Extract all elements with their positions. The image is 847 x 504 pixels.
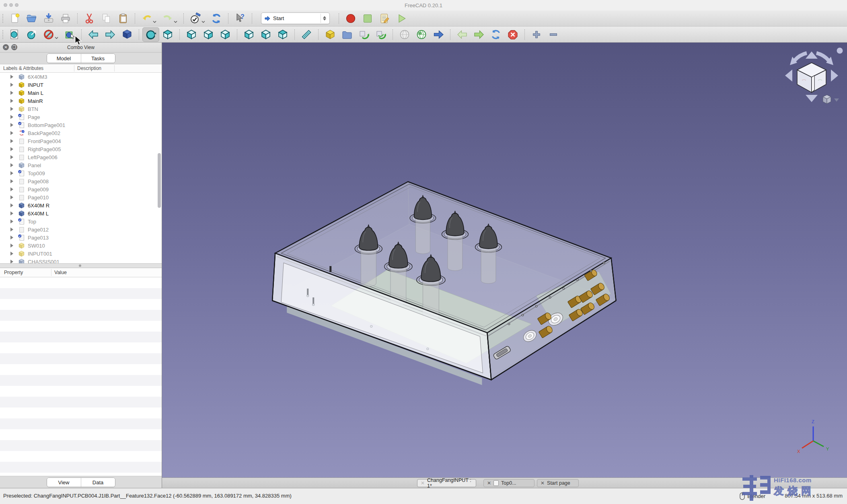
view-left-icon[interactable] — [257, 27, 274, 42]
redo-icon[interactable] — [159, 11, 176, 26]
tree-item-6x40m-r[interactable]: 6X40M R — [0, 201, 162, 209]
tab-model[interactable]: Model — [47, 54, 81, 63]
tree-item-input001[interactable]: INPUT001 — [0, 250, 162, 258]
expand-arrow-icon[interactable] — [10, 163, 15, 167]
expand-arrow-icon[interactable] — [10, 99, 15, 103]
tree-item-page009[interactable]: Page009 — [0, 185, 162, 193]
tree-item-panel[interactable]: Panel — [0, 161, 162, 169]
workbench-selector[interactable]: Start — [261, 12, 330, 24]
reload-blue-icon[interactable] — [487, 27, 504, 42]
panel-close-icon[interactable]: ✕ — [3, 44, 9, 50]
globe-icon[interactable] — [413, 27, 430, 42]
tree-item-input[interactable]: INPUT — [0, 81, 162, 89]
save-icon[interactable] — [40, 11, 57, 26]
expand-arrow-icon[interactable] — [10, 244, 15, 248]
expand-arrow-icon[interactable] — [10, 83, 15, 87]
copy-icon[interactable] — [98, 11, 115, 26]
zoom-in-icon[interactable] — [528, 27, 545, 42]
tree-item-main-l[interactable]: Main L — [0, 89, 162, 97]
cut-icon[interactable] — [81, 11, 98, 26]
zoom-out-icon[interactable] — [545, 27, 562, 42]
tab-view[interactable]: View — [47, 478, 81, 487]
expand-arrow-icon[interactable] — [10, 219, 15, 223]
expand-arrow-icon[interactable] — [10, 260, 15, 263]
tree-item-6x40m-l[interactable]: 6X40M L — [0, 209, 162, 217]
print-icon[interactable] — [57, 11, 74, 26]
new-document-icon[interactable] — [6, 11, 23, 26]
validate-icon[interactable] — [187, 11, 204, 26]
expand-arrow-icon[interactable] — [10, 179, 15, 183]
combo-stepper-icon[interactable] — [321, 14, 328, 23]
3d-viewport[interactable]: Z Y X ✕ChangFangINPUT : 1*✕Top0...✕Start… — [162, 43, 847, 488]
close-tab-icon[interactable]: ✕ — [541, 481, 545, 486]
navigation-cube[interactable] — [779, 46, 844, 110]
tree-item-mainr[interactable]: MainR — [0, 97, 162, 105]
toolbar-drag-handle[interactable] — [2, 30, 3, 39]
close-tab-icon[interactable]: ✕ — [487, 481, 491, 486]
expand-arrow-icon[interactable] — [10, 147, 15, 151]
expand-arrow-icon[interactable] — [10, 203, 15, 207]
macro-record-icon[interactable] — [342, 11, 359, 26]
tree-item-rightpage005[interactable]: RightPage005 — [0, 145, 162, 153]
tree-item-page[interactable]: Page — [0, 113, 162, 121]
expand-arrow-icon[interactable] — [10, 75, 15, 79]
macro-edit-icon[interactable] — [376, 11, 393, 26]
tree-item-backpage002[interactable]: BackPage002 — [0, 129, 162, 137]
group-folder-icon[interactable] — [339, 27, 356, 42]
close-tab-icon[interactable]: ✕ — [421, 481, 425, 486]
forward-green-icon[interactable] — [471, 27, 487, 42]
tree-item-top009[interactable]: Top009 — [0, 169, 162, 177]
tree-item-bottompage001[interactable]: BottomPage001 — [0, 121, 162, 129]
tree-item-page012[interactable]: Page012 — [0, 225, 162, 234]
macro-play-icon[interactable] — [393, 11, 410, 26]
panel-float-icon[interactable]: ❐ — [11, 44, 17, 50]
nav-right-icon[interactable] — [102, 27, 119, 42]
tree-item-page010[interactable]: Page010 — [0, 193, 162, 201]
nav-mini-cube[interactable] — [823, 95, 839, 104]
fit-selection-icon[interactable] — [23, 27, 40, 42]
cube-iso-icon[interactable] — [119, 27, 136, 42]
nav-left-icon[interactable] — [85, 27, 102, 42]
expand-arrow-icon[interactable] — [10, 236, 15, 240]
whatsthis-icon[interactable]: ? — [232, 11, 249, 26]
tree-item-leftpage006[interactable]: LeftPage006 — [0, 153, 162, 161]
expand-arrow-icon[interactable] — [10, 139, 15, 143]
stop-load-icon[interactable] — [504, 27, 521, 42]
document-tab-3[interactable]: ✕Start page — [537, 479, 579, 487]
expand-arrow-icon[interactable] — [10, 107, 15, 111]
link-icon[interactable] — [356, 27, 372, 42]
document-tab-1[interactable]: ✕ChangFangINPUT : 1* — [417, 479, 476, 487]
globe-dim-icon[interactable] — [396, 27, 413, 42]
link-double-icon[interactable] — [372, 27, 389, 42]
part-box-icon[interactable] — [322, 27, 339, 42]
view-front-icon[interactable] — [183, 27, 200, 42]
tree-item-chassis001[interactable]: CHASSIS001 — [0, 258, 162, 263]
expand-arrow-icon[interactable] — [10, 115, 15, 119]
expand-arrow-icon[interactable] — [10, 195, 15, 199]
expand-arrow-icon[interactable] — [10, 211, 15, 215]
back-dim-icon[interactable] — [454, 27, 471, 42]
tree-item-page013[interactable]: Page013 — [0, 234, 162, 242]
paste-icon[interactable] — [115, 11, 132, 26]
navigation-style[interactable]: Blender — [740, 492, 765, 500]
undo-icon[interactable] — [138, 11, 155, 26]
document-tab-2[interactable]: ✕Top0... — [483, 479, 535, 487]
open-folder-icon[interactable] — [23, 11, 40, 26]
tree-item-btn[interactable]: BTN — [0, 105, 162, 113]
tab-tasks[interactable]: Tasks — [81, 54, 115, 63]
arrow-blue-icon[interactable] — [430, 27, 447, 42]
expand-arrow-icon[interactable] — [10, 131, 15, 135]
tree-item-frontpage004[interactable]: FrontPage004 — [0, 137, 162, 145]
measure-icon[interactable] — [298, 27, 315, 42]
tree-item-top[interactable]: Top — [0, 217, 162, 225]
view-right-icon[interactable] — [200, 27, 217, 42]
draw-style-icon[interactable] — [40, 27, 57, 42]
expand-arrow-icon[interactable] — [10, 155, 15, 159]
expand-arrow-icon[interactable] — [10, 252, 15, 256]
tree-scrollbar-thumb[interactable] — [158, 153, 161, 208]
tree-item-6x40m3[interactable]: 6X40M3 — [0, 73, 162, 81]
tree-item-page008[interactable]: Page008 — [0, 177, 162, 185]
rotate-view-icon[interactable] — [142, 27, 159, 42]
expand-arrow-icon[interactable] — [10, 91, 15, 95]
expand-arrow-icon[interactable] — [10, 123, 15, 127]
